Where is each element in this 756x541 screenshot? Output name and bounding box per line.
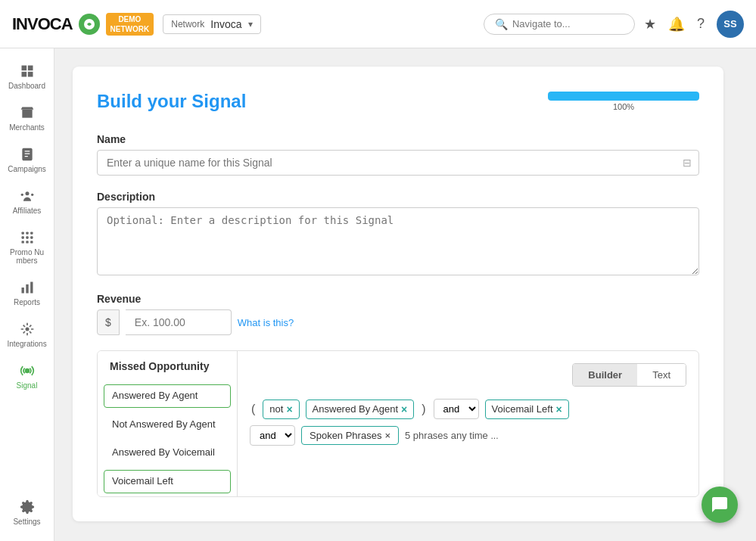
builder-tabs: Builder Text	[572, 363, 686, 387]
connector-dropdown-2[interactable]: and or	[250, 425, 295, 446]
voicemail-left-tag-remove[interactable]: ×	[556, 403, 562, 415]
svg-point-5	[25, 191, 29, 195]
sidebar-wrapper-merchants: Merchants	[0, 99, 54, 138]
sidebar-label-campaigns: Campaigns	[8, 165, 46, 173]
sidebar-label-affiliates: Affiliates	[13, 207, 42, 215]
sidebar-label-integrations: Integrations	[7, 340, 46, 348]
demo-badge: DEMONETWORK	[106, 13, 154, 36]
revenue-input[interactable]	[126, 309, 232, 335]
progress-label: 100%	[548, 102, 699, 111]
connector-select-1[interactable]: and or	[434, 400, 478, 418]
sidebar-item-settings[interactable]: Settings	[5, 493, 50, 532]
top-nav: INVOCA DEMONETWORK Network Invoca ▾ 🔍 ★ …	[0, 0, 756, 48]
sidebar-wrapper-signal: Signal	[0, 357, 54, 396]
sidebar-item-merchants[interactable]: Merchants	[5, 99, 50, 138]
svg-rect-16	[30, 241, 33, 243]
close-paren-1: )	[420, 400, 427, 419]
name-input[interactable]	[97, 150, 699, 176]
network-label: Network	[171, 19, 204, 30]
svg-rect-10	[30, 232, 33, 235]
category-item-voicemail-left[interactable]: Voicemail Left	[104, 470, 231, 493]
name-label: Name	[97, 133, 699, 145]
expression-row-2: and or Spoken Phrases × 5 phrases any ti…	[250, 425, 686, 446]
favorites-button[interactable]: ★	[644, 16, 656, 33]
progress-bar-bg	[548, 92, 699, 101]
expression-row-1: ( not × Answered By Agent × ) and	[250, 399, 686, 419]
tab-text[interactable]: Text	[637, 364, 686, 386]
logo-icon	[79, 14, 100, 35]
description-textarea[interactable]	[97, 207, 699, 275]
answered-by-agent-tag-remove[interactable]: ×	[401, 403, 407, 415]
currency-symbol: $	[97, 309, 120, 335]
sidebar-item-promo-numbers[interactable]: Promo Numbers	[5, 224, 50, 271]
app-body: Dashboard Merchants Campaigns Affiliates	[0, 48, 756, 541]
signal-header: Build your Signal 100%	[97, 91, 699, 112]
avatar[interactable]: SS	[717, 11, 744, 38]
sidebar-item-integrations[interactable]: Integrations	[5, 316, 50, 354]
svg-rect-1	[21, 66, 26, 71]
sidebar: Dashboard Merchants Campaigns Affiliates	[0, 48, 54, 541]
search-input[interactable]	[512, 18, 624, 30]
description-label: Description	[97, 191, 699, 203]
help-button[interactable]: ?	[697, 16, 705, 32]
svg-rect-19	[30, 282, 33, 294]
signal-builder-right: Builder Text ( not × Answered By Agent ×	[238, 351, 698, 496]
sidebar-wrapper-reports: Reports	[0, 274, 54, 312]
connector-select-2[interactable]: and or	[250, 426, 294, 445]
category-header: Missed Opportunity	[98, 351, 237, 381]
search-bar: 🔍	[484, 14, 635, 35]
svg-rect-13	[30, 236, 33, 238]
sidebar-label-dashboard: Dashboard	[8, 82, 45, 90]
page-title: Build your Signal	[97, 91, 246, 112]
sidebar-label-reports: Reports	[14, 298, 40, 306]
sidebar-item-affiliates[interactable]: Affiliates	[5, 182, 50, 221]
what-is-this-link[interactable]: What is this?	[238, 317, 294, 328]
spoken-phrases-label: Spoken Phrases	[310, 430, 381, 441]
open-paren-1: (	[250, 400, 257, 419]
category-item-answered-by-agent[interactable]: Answered By Agent	[104, 384, 231, 408]
category-item-answered-by-voicemail[interactable]: Answered By Voicemail	[98, 439, 237, 467]
not-tag-remove[interactable]: ×	[286, 403, 292, 415]
input-icon: ⊟	[683, 157, 692, 169]
voicemail-left-tag: Voicemail Left ×	[485, 400, 569, 419]
svg-rect-17	[21, 288, 23, 294]
signal-categories-panel: Missed Opportunity Answered By Agent Not…	[98, 351, 238, 496]
svg-point-7	[31, 194, 33, 196]
sidebar-item-signal[interactable]: Signal	[5, 357, 50, 396]
revenue-form-group: Revenue $ What is this?	[97, 293, 699, 335]
chat-fab-button[interactable]	[702, 487, 738, 523]
sidebar-wrapper-settings: Settings	[0, 493, 54, 532]
spoken-phrases-tag-remove[interactable]: ×	[384, 430, 390, 441]
svg-point-6	[20, 194, 23, 196]
logo-area: INVOCA DEMONETWORK	[12, 13, 154, 36]
revenue-row: $ What is this?	[97, 309, 699, 335]
sidebar-item-reports[interactable]: Reports	[5, 274, 50, 312]
main-content: Build your Signal 100% Name ⊟ Descript	[54, 48, 756, 541]
sidebar-wrapper-promo-numbers: Promo Numbers	[0, 224, 54, 271]
voicemail-left-tag-label: Voicemail Left	[492, 403, 553, 415]
sidebar-item-dashboard[interactable]: Dashboard	[5, 58, 50, 96]
svg-rect-9	[26, 232, 28, 235]
category-item-not-answered-by-agent[interactable]: Not Answered By Agent	[98, 411, 237, 439]
tab-builder[interactable]: Builder	[573, 364, 637, 386]
name-input-wrapper: ⊟	[97, 150, 699, 176]
revenue-label: Revenue	[97, 293, 699, 305]
svg-point-20	[25, 328, 29, 331]
sidebar-wrapper-campaigns: Campaigns	[0, 141, 54, 179]
svg-rect-15	[26, 241, 28, 243]
svg-rect-3	[21, 72, 26, 77]
sidebar-label-merchants: Merchants	[9, 123, 45, 132]
answered-by-agent-tag-label: Answered By Agent	[313, 403, 398, 415]
signal-builder-area: Missed Opportunity Answered By Agent Not…	[97, 350, 699, 497]
connector-dropdown-1[interactable]: and or	[434, 399, 479, 419]
sidebar-item-campaigns[interactable]: Campaigns	[5, 141, 50, 179]
notifications-button[interactable]: 🔔	[668, 16, 685, 33]
svg-rect-4	[27, 72, 33, 77]
spoken-phrases-detail: 5 phrases any time ...	[405, 430, 498, 441]
network-value: Invoca	[210, 18, 241, 30]
spoken-phrases-more[interactable]: ...	[490, 431, 498, 441]
network-selector[interactable]: Network Invoca ▾	[163, 14, 260, 34]
svg-rect-18	[26, 284, 28, 294]
logo-text: INVOCA	[12, 14, 73, 34]
answered-by-agent-tag: Answered By Agent ×	[306, 400, 415, 419]
